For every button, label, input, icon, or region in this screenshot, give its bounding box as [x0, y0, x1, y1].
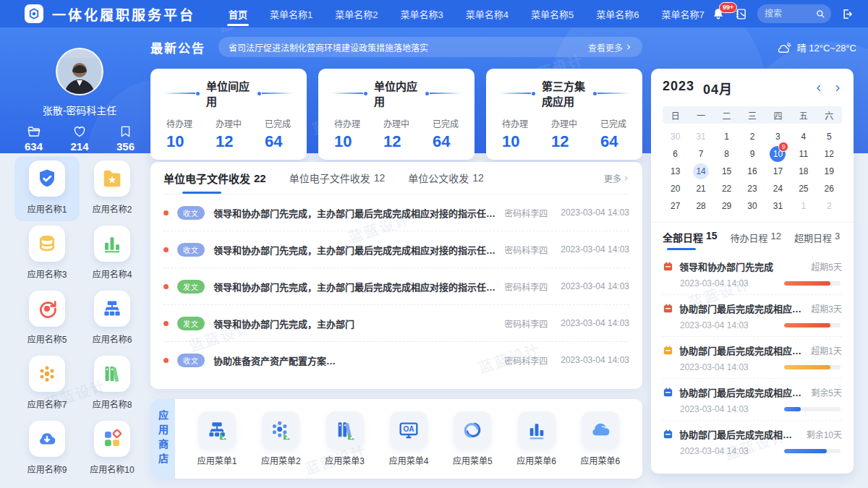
menu-item[interactable]: 菜单名称7	[660, 0, 705, 28]
stat-metric[interactable]: 办理中12	[216, 117, 242, 151]
calendar-day[interactable]: 18	[791, 163, 816, 180]
search-box[interactable]	[757, 4, 831, 23]
app-item-2[interactable]: 应用名称2	[80, 156, 145, 221]
calendar-day[interactable]: 30	[739, 197, 765, 215]
logout-icon[interactable]	[841, 8, 854, 20]
stat-metric[interactable]: 待办理10	[334, 117, 360, 151]
calendar-day[interactable]: 16	[739, 163, 765, 180]
menu-item[interactable]: 菜单名称3	[399, 0, 445, 28]
doc-tab[interactable]: 单位公文收发12	[408, 162, 484, 194]
docs-more-link[interactable]: 更多	[604, 172, 629, 184]
menu-item[interactable]: 菜单名称4	[464, 0, 510, 28]
store-item-3[interactable]: 应用菜单3	[325, 411, 365, 466]
calendar-day[interactable]: 29	[714, 197, 739, 215]
calendar-day[interactable]: 12	[817, 145, 842, 163]
stat-metric[interactable]: 已完成64	[433, 117, 459, 151]
menu-item[interactable]: 首页	[227, 0, 249, 28]
store-item-6[interactable]: 应用菜单6	[516, 411, 556, 466]
doc-row[interactable]: 收文 领导和协办部门先完成，主办部门最后完成完成相应对接的指示任务办件… 密码科…	[163, 194, 629, 231]
calendar-day[interactable]: 31	[688, 128, 713, 145]
store-item-2[interactable]: 应用菜单2	[261, 411, 301, 466]
app-item-9[interactable]: 应用名称9	[14, 416, 80, 481]
stat-bookmarks[interactable]: 356	[116, 126, 135, 153]
calendar-next-button[interactable]	[833, 84, 842, 93]
announcement-ticker[interactable]: 省司法厅促进法制化营商环境建设政策措施落地落实 查看更多	[218, 37, 642, 57]
menu-item[interactable]: 菜单名称6	[595, 0, 640, 28]
calendar-day[interactable]: 15	[714, 163, 739, 180]
calendar-day[interactable]: 8	[714, 145, 739, 163]
schedule-tab[interactable]: 全部日程15	[663, 230, 718, 250]
calendar-day[interactable]: 2	[817, 197, 842, 215]
schedule-item[interactable]: 领导和协办部门先完成 超期5天 2023-03-04 14:03	[663, 253, 842, 295]
avatar[interactable]	[56, 48, 103, 95]
calendar-day[interactable]: 14	[688, 163, 713, 180]
calendar-day[interactable]: 13	[663, 163, 688, 180]
app-store-tab[interactable]: 应用商店	[150, 399, 175, 479]
stat-metric[interactable]: 已完成64	[265, 117, 291, 151]
app-item-8[interactable]: 应用名称8	[80, 351, 145, 416]
app-item-6[interactable]: 应用名称6	[80, 286, 145, 351]
calendar-day[interactable]: 20	[663, 180, 688, 197]
calendar-day[interactable]: 23	[739, 180, 765, 197]
stat-documents[interactable]: 634	[25, 126, 43, 153]
calendar-day[interactable]: 21	[688, 180, 713, 197]
app-item-5[interactable]: 应用名称5	[14, 286, 80, 351]
menu-item[interactable]: 菜单名称1	[268, 0, 314, 28]
app-item-10[interactable]: 应用名称10	[80, 416, 145, 481]
schedule-tab[interactable]: 待办日程12	[731, 231, 781, 250]
store-item-5[interactable]: 应用菜单5	[453, 411, 493, 466]
calendar-prev-button[interactable]	[814, 84, 823, 93]
doc-title[interactable]: 协助准备资产资产配置方案…	[213, 354, 495, 367]
calendar-day[interactable]: 1	[714, 128, 739, 145]
stat-favorites[interactable]: 214	[70, 126, 88, 153]
app-item-4[interactable]: 应用名称4	[80, 221, 145, 286]
calendar-day[interactable]: 28	[688, 197, 713, 215]
search-input[interactable]	[763, 8, 816, 20]
calendar-day[interactable]: 5	[817, 128, 842, 145]
announcement-more-link[interactable]: 查看更多	[588, 41, 632, 53]
doc-title[interactable]: 领导和协办部门先完成，主办部门最后完成完成相应对接的指示任务办件，请示文	[213, 243, 495, 257]
schedule-item[interactable]: 协助部门最后完成完成相应对接… 剩余10天 2023-03-04 14:03	[663, 421, 842, 462]
calendar-day[interactable]: 9	[739, 145, 765, 163]
calendar-day[interactable]: 30	[663, 128, 688, 145]
calendar-day[interactable]: 2	[739, 128, 765, 145]
app-item-1[interactable]: 应用名称1	[14, 156, 80, 221]
stat-metric[interactable]: 待办理10	[502, 117, 528, 151]
doc-title[interactable]: 领导和协办部门先完成，主办部门	[213, 317, 495, 330]
calendar-day[interactable]: 1	[791, 197, 816, 215]
doc-title[interactable]: 领导和协办部门先完成，主办部门最后完成完成相应对接的指示任务办件…	[213, 206, 495, 220]
calendar-day[interactable]: 6	[663, 145, 688, 163]
doc-row[interactable]: 发文 领导和协办部门先完成，主办部门最后完成完成相应对接的指示任务办件，请示文 …	[163, 268, 629, 305]
calendar-day[interactable]: 26	[817, 180, 842, 197]
calendar-day[interactable]: 4	[791, 128, 816, 145]
store-item-4[interactable]: OA 应用菜单4	[389, 411, 429, 466]
notifications-button[interactable]: 99+	[712, 7, 725, 20]
schedule-tab[interactable]: 超期日程3	[794, 231, 840, 250]
schedule-item[interactable]: 协助部门最后完成完成相应对接… 剩余5天 2023-03-04 14:03	[663, 379, 842, 421]
stat-metric[interactable]: 已完成64	[600, 117, 626, 151]
schedule-item[interactable]: 协助部门最后完成完成相应对接… 超期3天 2023-03-04 14:03	[663, 295, 842, 337]
menu-item[interactable]: 菜单名称5	[529, 0, 575, 28]
calendar-day[interactable]: 19	[817, 163, 842, 180]
store-item-1[interactable]: 应用菜单1	[197, 411, 237, 466]
doc-title[interactable]: 领导和协办部门先完成，主办部门最后完成完成相应对接的指示任务办件，请示文	[213, 280, 495, 294]
calendar-day[interactable]: 25	[791, 180, 816, 197]
schedule-item[interactable]: 协助部门最后完成完成相应对接… 超期1天 2023-03-04 14:03	[663, 337, 842, 379]
stat-metric[interactable]: 待办理10	[166, 117, 192, 151]
search-icon[interactable]	[816, 9, 825, 19]
doc-row[interactable]: 收文 领导和协办部门先完成，主办部门最后完成完成相应对接的指示任务办件，请示文 …	[163, 231, 629, 268]
app-item-7[interactable]: 应用名称7	[14, 351, 80, 416]
doc-tab[interactable]: 单位电子文件收发22	[163, 162, 266, 194]
calendar-day[interactable]: 11	[791, 145, 816, 163]
calendar-day[interactable]: 17	[765, 163, 791, 180]
calendar-day[interactable]: 109	[765, 145, 791, 163]
doc-tab[interactable]: 单位电子文件收发12	[289, 162, 386, 194]
calendar-day[interactable]: 24	[765, 180, 791, 197]
app-item-3[interactable]: 应用名称3	[14, 221, 80, 286]
calendar-day[interactable]: 27	[663, 197, 688, 215]
doc-row[interactable]: 收文 协助准备资产资产配置方案… 密码科李四 2023-03-04 14:03	[163, 342, 629, 378]
doc-row[interactable]: 发文 领导和协办部门先完成，主办部门 密码科李四 2023-03-04 14:0…	[163, 305, 629, 342]
store-item-7[interactable]: 应用菜单6	[580, 411, 620, 466]
stat-metric[interactable]: 办理中12	[383, 117, 409, 151]
calendar-day[interactable]: 22	[714, 180, 739, 197]
